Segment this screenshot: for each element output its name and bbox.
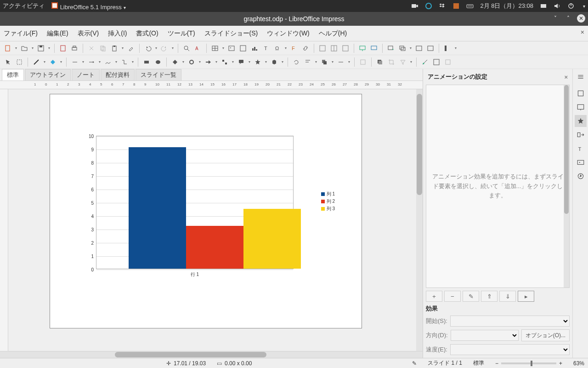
rotate-icon[interactable] bbox=[291, 57, 301, 67]
duplicate-slide-icon[interactable] bbox=[397, 43, 407, 53]
select-tool-icon[interactable] bbox=[3, 57, 13, 67]
play-button[interactable]: ▸ bbox=[518, 291, 534, 302]
export-pdf-icon[interactable] bbox=[58, 43, 68, 53]
menu-format[interactable]: 書式(O) bbox=[136, 29, 158, 38]
slideshow-current-icon[interactable] bbox=[369, 43, 379, 53]
tab-outline[interactable]: アウトライン bbox=[25, 69, 71, 80]
curve-tool-icon[interactable] bbox=[103, 57, 113, 67]
menu-window[interactable]: ウィンドウ(W) bbox=[267, 29, 310, 38]
tab-handout[interactable]: 配付資料 bbox=[101, 69, 135, 80]
document-close-icon[interactable]: × bbox=[581, 29, 584, 36]
maximize-icon[interactable]: ˄ bbox=[564, 14, 572, 23]
remove-effect-button[interactable]: − bbox=[444, 291, 461, 302]
open-icon[interactable] bbox=[19, 43, 29, 53]
speed-select[interactable] bbox=[450, 344, 570, 355]
tab-normal[interactable]: 標準 bbox=[2, 69, 24, 80]
add-effect-button[interactable]: + bbox=[426, 291, 442, 302]
move-down-button[interactable]: ⇓ bbox=[499, 291, 516, 302]
new-slide-icon[interactable]: + bbox=[386, 43, 396, 53]
camera-icon[interactable] bbox=[411, 2, 418, 10]
page-style[interactable]: 標準 bbox=[473, 359, 484, 367]
menu-view[interactable]: 表示(V) bbox=[78, 29, 99, 38]
paste-icon[interactable] bbox=[109, 43, 119, 53]
animation-list[interactable]: アニメーション効果を追加するには、まずスライド要素を選択し、続いて「追加...」… bbox=[426, 85, 570, 288]
keyboard-icon[interactable] bbox=[466, 2, 474, 10]
block-arrows-icon[interactable] bbox=[203, 57, 213, 67]
undo-icon[interactable] bbox=[143, 43, 153, 53]
sidebar-settings-icon[interactable] bbox=[575, 71, 587, 83]
menu-edit[interactable]: 編集(E) bbox=[47, 29, 68, 38]
symbol-shapes-icon[interactable] bbox=[187, 57, 197, 67]
menu-help[interactable]: ヘルプ(H) bbox=[319, 29, 347, 38]
options-button[interactable]: オプション(O)... bbox=[521, 329, 570, 341]
master-slide-icon[interactable] bbox=[340, 43, 351, 53]
basic-shapes-icon[interactable] bbox=[170, 57, 180, 67]
sync-icon[interactable] bbox=[425, 2, 432, 10]
slideshow-start-icon[interactable] bbox=[357, 43, 368, 53]
direction-select[interactable] bbox=[451, 330, 519, 341]
insert-av-icon[interactable] bbox=[238, 43, 248, 53]
disk-icon[interactable] bbox=[452, 2, 460, 10]
align-icon[interactable] bbox=[303, 57, 313, 67]
minimize-icon[interactable]: ˅ bbox=[551, 14, 560, 23]
flowchart-icon[interactable] bbox=[220, 57, 230, 67]
sidebar-transition-icon[interactable] bbox=[575, 129, 587, 141]
menu-insert[interactable]: 挿入(I) bbox=[108, 29, 127, 38]
arrow-line-icon[interactable] bbox=[86, 57, 96, 67]
insert-fontwork-icon[interactable]: F bbox=[289, 43, 299, 53]
start-select[interactable] bbox=[450, 316, 570, 327]
move-up-button[interactable]: ⇑ bbox=[481, 291, 498, 302]
animation-scrollbar[interactable] bbox=[564, 85, 569, 288]
menu-tools[interactable]: ツール(T) bbox=[168, 29, 195, 38]
arrange-icon[interactable] bbox=[319, 57, 329, 67]
shadow-icon[interactable] bbox=[375, 57, 385, 67]
distribute-icon[interactable] bbox=[336, 57, 346, 67]
slide-design-icon[interactable] bbox=[414, 43, 424, 53]
vertical-scrollbar[interactable] bbox=[416, 89, 423, 351]
zoom-out-button[interactable]: − bbox=[495, 360, 498, 367]
spellcheck-icon[interactable]: A bbox=[193, 43, 203, 53]
line-color-icon[interactable] bbox=[31, 57, 41, 67]
power-icon[interactable] bbox=[567, 2, 575, 10]
tab-sorter[interactable]: スライド一覧 bbox=[136, 69, 181, 80]
connector-tool-icon[interactable] bbox=[119, 57, 130, 67]
sidebar-animation-icon[interactable] bbox=[575, 115, 587, 127]
menu-slideshow[interactable]: スライドショー(S) bbox=[204, 29, 258, 38]
activities-button[interactable]: アクティビティ bbox=[3, 2, 45, 10]
app-menu[interactable]: LibreOffice 5.1 Impress▾ bbox=[51, 2, 126, 11]
format-paintbrush-icon[interactable] bbox=[126, 43, 136, 53]
find-icon[interactable] bbox=[181, 43, 192, 53]
rect-tool-icon[interactable] bbox=[141, 57, 152, 67]
sidebar-gallery-icon[interactable] bbox=[575, 156, 587, 168]
menu-file[interactable]: ファイル(F) bbox=[4, 29, 38, 38]
insert-hyperlink-icon[interactable] bbox=[300, 43, 311, 53]
insert-chart-icon[interactable] bbox=[249, 43, 260, 53]
callouts-icon[interactable] bbox=[236, 57, 246, 67]
sidebar-styles-icon[interactable]: T bbox=[575, 143, 587, 155]
insert-image-icon[interactable] bbox=[226, 43, 237, 53]
insert-special-char-icon[interactable]: Ω bbox=[272, 43, 283, 53]
chart-object[interactable]: 行 1 012345678910 列 1 列 2 列 3 bbox=[68, 131, 339, 283]
slide-canvas[interactable]: 行 1 012345678910 列 1 列 2 列 3 bbox=[8, 89, 423, 351]
pane-close-icon[interactable]: × bbox=[564, 74, 568, 80]
zoom-slider[interactable] bbox=[501, 362, 556, 364]
line-tool-icon[interactable] bbox=[70, 57, 80, 67]
system-menu-chevron-icon[interactable]: ▾ bbox=[583, 4, 585, 9]
horizontal-scrollbar[interactable] bbox=[0, 351, 423, 358]
zoom-tool-icon[interactable] bbox=[14, 57, 24, 67]
ellipse-tool-icon[interactable] bbox=[153, 57, 163, 67]
dropbox-icon[interactable] bbox=[439, 2, 446, 10]
clock[interactable]: 2月 8日（月）23:08 bbox=[480, 2, 533, 10]
layout-icon[interactable] bbox=[329, 43, 339, 53]
close-icon[interactable]: ✕ bbox=[577, 14, 585, 23]
sidebar-properties-icon[interactable] bbox=[575, 87, 587, 99]
print-icon[interactable] bbox=[69, 43, 79, 53]
slide-layout2-icon[interactable] bbox=[425, 43, 435, 53]
table-icon[interactable] bbox=[210, 43, 220, 53]
3d-shapes-icon[interactable] bbox=[269, 57, 279, 67]
slide-panel-icon[interactable] bbox=[442, 43, 452, 53]
slide[interactable]: 行 1 012345678910 列 1 列 2 列 3 bbox=[50, 94, 362, 328]
signature-icon[interactable]: ✎ bbox=[412, 360, 417, 367]
save-icon[interactable] bbox=[36, 43, 46, 53]
sidebar-navigator-icon[interactable] bbox=[575, 170, 587, 182]
